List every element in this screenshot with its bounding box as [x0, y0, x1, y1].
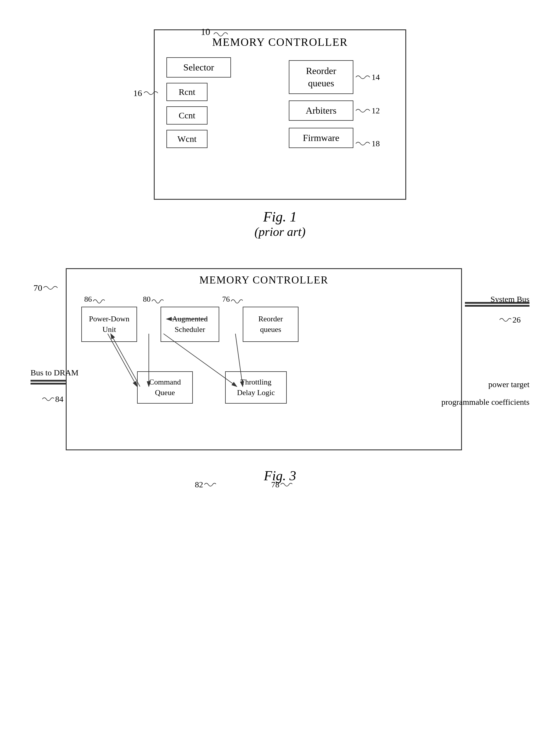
fig3-reorder-queues: Reorderqueues — [243, 307, 299, 342]
fig1-right-column: Reorder queues 14 — [289, 57, 394, 148]
fig1-firmware-box: Firmware — [289, 128, 353, 148]
fig3-power-target-label: power target — [488, 380, 529, 389]
fig1-caption: Fig. 1 (prior art) — [148, 209, 412, 239]
fig3-mc-title: MEMORY CONTROLLER — [67, 269, 461, 286]
fig3-dram-bus-bottom — [31, 383, 66, 385]
fig3-ref-80: 80 — [143, 295, 163, 304]
page: { "fig1": { "outer_ref": "10", "title": … — [0, 0, 560, 752]
fig1-ref-18: 18 — [372, 139, 380, 148]
fig1-left-column: Selector Rcnt Ccnt Wcnt — [166, 57, 271, 148]
fig3-ref-70: 70 — [34, 283, 58, 293]
fig3-dram-bus-top — [31, 380, 66, 382]
fig1-wcnt-box: Wcnt — [166, 130, 207, 148]
fig3-system-bus-line-top — [465, 302, 529, 304]
fig1-selector-box: Selector — [166, 57, 231, 78]
fig1-arbiters-box: Arbiters — [289, 100, 353, 121]
fig3-ref-76: 76 — [222, 295, 243, 304]
fig3-ref-82: 82 — [195, 480, 216, 489]
fig1-ref-14: 14 — [372, 73, 380, 82]
fig3-memory-controller-box: MEMORY CONTROLLER 86 80 — [66, 268, 462, 450]
fig1-ccnt-box: Ccnt — [166, 106, 207, 124]
fig3-programmable-label: programmable coefficients — [441, 398, 529, 407]
fig3-throttling-delay: ThrottlingDelay Logic — [225, 371, 287, 404]
fig1-caption-num: Fig. 1 — [148, 209, 412, 225]
fig1-reorder-queues-box: Reorder queues — [289, 60, 353, 94]
fig1-caption-sub: (prior art) — [148, 225, 412, 239]
fig3-command-queue: CommandQueue — [137, 371, 193, 404]
fig1-memory-controller-box: MEMORY CONTROLLER Selector Rcnt Ccnt Wcn… — [154, 30, 406, 200]
fig3-ref-84: 84 — [42, 394, 63, 404]
fig3-system-bus-line-bottom — [465, 305, 529, 307]
fig3-ref-78: 78 — [271, 480, 292, 489]
fig1-ref-12: 12 — [372, 106, 380, 115]
fig3-bus-to-dram-label: Bus to DRAM — [31, 368, 78, 378]
fig1-ref-16: 16 — [133, 88, 159, 98]
fig1-mc-title: MEMORY CONTROLLER — [155, 30, 405, 49]
fig3-power-down-unit: Power-DownUnit — [81, 307, 137, 342]
fig1-section: 10 16 MEMORY CONTROLLER — [29, 30, 531, 239]
fig3-augmented-scheduler: AugmentedScheduler — [161, 307, 219, 342]
fig3-ref-26: 26 — [500, 315, 521, 325]
fig1-rcnt-box: Rcnt — [166, 83, 207, 101]
fig1-ref-10: 10 — [201, 26, 228, 37]
fig3-ref-86: 86 — [84, 295, 105, 304]
fig3-section: 70 MEMORY CONTROLLER 86 — [29, 268, 531, 483]
